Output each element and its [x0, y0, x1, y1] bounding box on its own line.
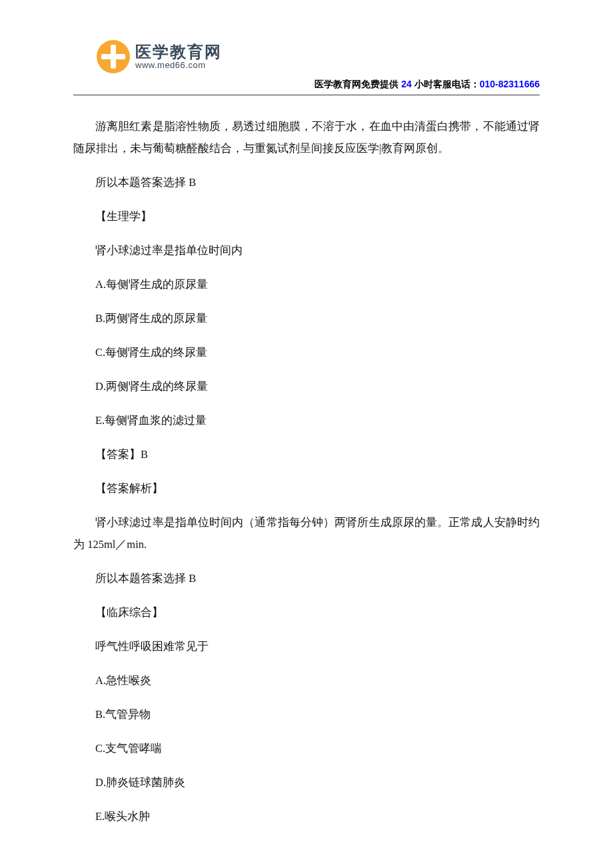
answer-analysis-heading-1: 【答案解析】	[73, 477, 540, 499]
header-hotline: 医学教育网免费提供 24 小时客服电话：010-82311666	[73, 79, 540, 91]
option-b-2: B.气管异物	[73, 703, 540, 725]
option-d-1: D.两侧肾生成的终尿量	[73, 375, 540, 397]
logo-url: www.med66.com	[135, 61, 222, 70]
option-e-2: E.喉头水肿	[73, 805, 540, 827]
hotline-label: 小时客服电话：	[414, 79, 480, 89]
answer-analysis-1: 肾小球滤过率是指单位时间内（通常指每分钟）两肾所生成原尿的量。正常成人安静时约为…	[73, 511, 540, 555]
option-a-2: A.急性喉炎	[73, 669, 540, 691]
header-divider	[73, 95, 540, 95]
option-b-1: B.两侧肾生成的原尿量	[73, 307, 540, 329]
section-physiology: 【生理学】	[73, 205, 540, 227]
option-d-2: D.肺炎链球菌肺炎	[73, 771, 540, 793]
provider-label: 医学教育网免费提供	[314, 79, 401, 89]
option-c-2: C.支气管哮喘	[73, 737, 540, 759]
answer-1: 【答案】B	[73, 443, 540, 465]
paragraph-conclusion-1: 所以本题答案选择 B	[73, 171, 540, 193]
logo-title: 医学教育网	[135, 43, 222, 61]
hotline-number: 010-82311666	[480, 79, 540, 89]
option-e-1: E.每侧肾血浆的滤过量	[73, 409, 540, 431]
document-body: 游离胆红素是脂溶性物质，易透过细胞膜，不溶于水，在血中由清蛋白携带，不能通过肾随…	[73, 115, 540, 827]
site-logo: 医学教育网 www.med66.com	[97, 40, 540, 73]
paragraph-conclusion-2: 所以本题答案选择 B	[73, 567, 540, 589]
paragraph-explanation-1: 游离胆红素是脂溶性物质，易透过细胞膜，不溶于水，在血中由清蛋白携带，不能通过肾随…	[73, 115, 540, 159]
document-page: 医学教育网 www.med66.com 医学教育网免费提供 24 小时客服电话：…	[0, 0, 613, 868]
hotline-prefix: 24	[401, 79, 414, 89]
option-c-1: C.每侧肾生成的终尿量	[73, 341, 540, 363]
logo-text: 医学教育网 www.med66.com	[135, 43, 222, 71]
option-a-1: A.每侧肾生成的原尿量	[73, 273, 540, 295]
question-stem-2: 呼气性呼吸困难常见于	[73, 635, 540, 657]
section-clinical: 【临床综合】	[73, 601, 540, 623]
logo-cross-icon	[97, 40, 130, 73]
question-stem-1: 肾小球滤过率是指单位时间内	[73, 239, 540, 261]
